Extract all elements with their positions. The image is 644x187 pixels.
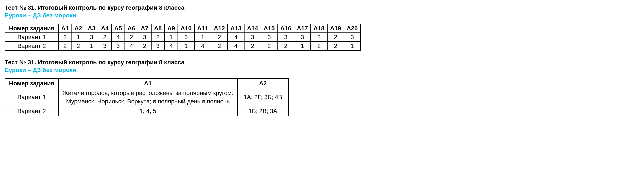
table1-col: А1 (58, 24, 72, 33)
table2-a1-cell: 1, 4, 5 (58, 106, 238, 116)
cell: 3 (98, 42, 112, 50)
cell: 2 (277, 42, 294, 50)
table1-col: А9 (164, 24, 178, 33)
cell: 2 (211, 33, 228, 42)
table1-col: А2 (72, 24, 85, 33)
table1-header-label: Номер задания (5, 24, 58, 33)
cell: 2 (138, 42, 151, 50)
cell: 3 (85, 33, 98, 42)
table1-col: А7 (138, 24, 151, 33)
table2-a2-cell: 1А; 2Г; 3Б; 4В (238, 88, 288, 106)
cell: 2 (98, 33, 112, 42)
cell: 2 (310, 42, 327, 50)
table1-col: А16 (277, 24, 294, 33)
table1-col: А15 (261, 24, 277, 33)
table2-col-a1: А1 (58, 78, 238, 88)
table2-row-variant1: Вариант 1 Жители городов, которые распол… (5, 88, 288, 106)
section2-title: Тест № 31. Итоговый контроль по курсу ге… (5, 59, 639, 66)
table2-header-label: Номер задания (5, 78, 58, 88)
table1-row-variant1: Вариант 1 2 1 3 2 4 2 3 2 1 3 1 2 4 3 3 … (5, 33, 360, 42)
cell: 3 (151, 42, 165, 50)
table1-col: А12 (211, 24, 228, 33)
cell: 3 (277, 33, 294, 42)
cell: 2 (244, 42, 261, 50)
table2-col-a2: А2 (238, 78, 288, 88)
section2-subtitle: Еуроки – ДЗ без мороки (5, 67, 639, 74)
cell: 3 (138, 33, 151, 42)
table1-col: А11 (194, 24, 211, 33)
cell: 2 (151, 33, 165, 42)
cell: 3 (261, 33, 277, 42)
cell: 4 (194, 42, 211, 50)
cell: 4 (228, 42, 244, 50)
cell: 1 (294, 42, 310, 50)
table1-row-variant2: Вариант 2 2 2 1 3 3 4 2 3 4 1 4 2 4 2 2 … (5, 42, 360, 50)
cell: 2 (310, 33, 327, 42)
section1-subtitle: Еуроки – ДЗ без мороки (5, 12, 639, 19)
table1-col: А13 (228, 24, 244, 33)
cell: 2 (58, 33, 72, 42)
cell: 1 (194, 33, 211, 42)
table2-a1-cell: Жители городов, которые расположены за п… (58, 88, 238, 106)
table1-col: А10 (178, 24, 194, 33)
table1-col: А19 (327, 24, 344, 33)
table1-col: А6 (125, 24, 138, 33)
table2-a2-cell: 1Б; 2В; 3А (238, 106, 288, 116)
answers-table-1: Номер задания А1 А2 А3 А4 А5 А6 А7 А8 А9… (5, 24, 361, 51)
cell: 1 (72, 33, 85, 42)
cell: 2 (261, 42, 277, 50)
a1-line1: Жители городов, которые расположены за п… (62, 90, 233, 96)
cell: 3 (294, 33, 310, 42)
cell: 1 (178, 42, 194, 50)
cell: 3 (244, 33, 261, 42)
cell: 4 (125, 42, 138, 50)
cell: 1 (164, 33, 178, 42)
table1-col: А4 (98, 24, 112, 33)
cell: 2 (327, 42, 344, 50)
table1-header-row: Номер задания А1 А2 А3 А4 А5 А6 А7 А8 А9… (5, 24, 360, 33)
cell: 2 (327, 33, 344, 42)
table2-row-variant2: Вариант 2 1, 4, 5 1Б; 2В; 3А (5, 106, 288, 116)
table1-col: А20 (344, 24, 360, 33)
cell: 3 (112, 42, 125, 50)
table1-col: А18 (310, 24, 327, 33)
section1-title: Тест № 31. Итоговый контроль по курсу ге… (5, 4, 639, 11)
table1-col: А3 (85, 24, 98, 33)
table2-row-label: Вариант 2 (5, 106, 58, 116)
table1-col: А17 (294, 24, 310, 33)
table1-col: А5 (112, 24, 125, 33)
cell: 2 (58, 42, 72, 50)
cell: 2 (72, 42, 85, 50)
cell: 4 (112, 33, 125, 42)
table1-col: А14 (244, 24, 261, 33)
cell: 1 (85, 42, 98, 50)
table1-col: А8 (151, 24, 165, 33)
table2-header-row: Номер задания А1 А2 (5, 78, 288, 88)
cell: 4 (228, 33, 244, 42)
table1-row-label: Вариант 1 (5, 33, 58, 42)
cell: 3 (344, 33, 360, 42)
answers-table-2: Номер задания А1 А2 Вариант 1 Жители гор… (5, 78, 289, 116)
a1-line2: Мурманск, Норильск, Воркута; в полярный … (66, 98, 230, 105)
cell: 4 (164, 42, 178, 50)
table1-row-label: Вариант 2 (5, 42, 58, 50)
cell: 2 (211, 42, 228, 50)
cell: 1 (344, 42, 360, 50)
cell: 2 (125, 33, 138, 42)
table2-row-label: Вариант 1 (5, 88, 58, 106)
cell: 3 (178, 33, 194, 42)
